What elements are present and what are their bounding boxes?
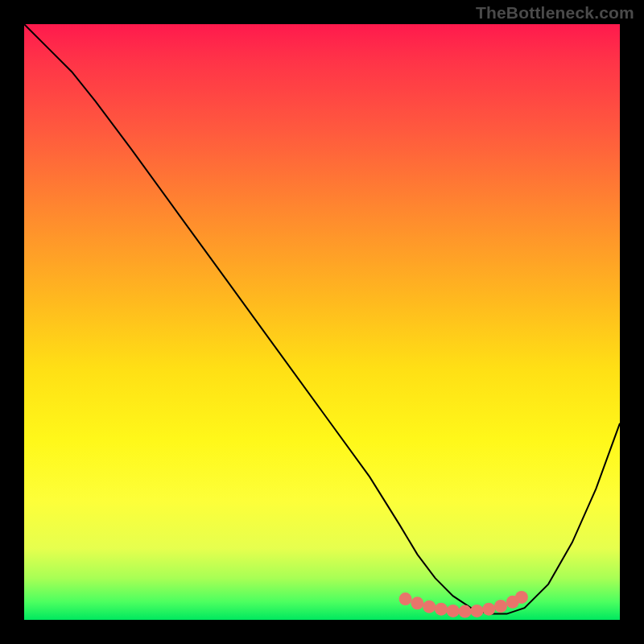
chart-overlay <box>24 24 620 620</box>
bottleneck-curve <box>24 24 620 614</box>
marker-dot <box>411 597 423 609</box>
marker-dot <box>399 592 412 605</box>
marker-dot <box>470 605 483 617</box>
marker-dot <box>515 591 528 604</box>
plot-frame <box>24 24 620 620</box>
marker-dot <box>447 605 460 617</box>
chart-stage: TheBottleneck.com <box>0 0 644 644</box>
watermark-text: TheBottleneck.com <box>476 3 634 23</box>
marker-dot <box>482 603 495 616</box>
marker-dot <box>459 605 472 618</box>
marker-dot <box>435 603 448 616</box>
marker-dot <box>423 601 436 613</box>
marker-dot <box>494 600 507 613</box>
